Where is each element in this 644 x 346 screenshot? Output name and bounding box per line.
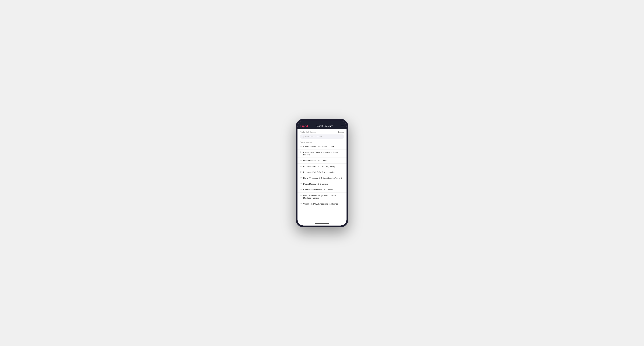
menu-bar-2 xyxy=(341,126,344,126)
list-item[interactable]: Dukes Meadows GC, London xyxy=(298,181,346,187)
svg-point-8 xyxy=(301,183,301,184)
list-item[interactable]: London Scottish GC, London xyxy=(298,158,346,164)
list-item[interactable]: Richmond Park GC - Duke's, London xyxy=(298,170,346,175)
phone-screen: clippd Recent Searches Find a Golf Cours… xyxy=(298,121,346,225)
svg-point-11 xyxy=(301,203,301,204)
search-input[interactable] xyxy=(305,136,342,138)
location-icon xyxy=(300,183,302,185)
search-input-wrapper xyxy=(300,135,344,139)
search-header: Find a Golf Course Cancel xyxy=(298,129,346,135)
search-page: Find a Golf Course Cancel Nearby courses xyxy=(298,129,346,222)
phone-device: clippd Recent Searches Find a Golf Cours… xyxy=(296,119,348,227)
home-indicator xyxy=(298,222,346,225)
search-icon xyxy=(302,136,304,138)
nearby-label: Nearby courses xyxy=(298,140,346,144)
svg-point-10 xyxy=(301,195,301,195)
course-name: Richmond Park GC - Duke's, London xyxy=(303,171,335,173)
course-name: Dukes Meadows GC, London xyxy=(303,183,328,185)
cancel-button[interactable]: Cancel xyxy=(338,131,344,133)
svg-point-4 xyxy=(301,160,301,160)
list-item[interactable]: Brent Valley Municipal GC, London xyxy=(298,187,346,193)
header-title: Recent Searches xyxy=(316,125,333,127)
course-name: Royal Wimbledon GC, Great London Authori… xyxy=(303,177,343,179)
list-item[interactable]: Central London Golf Centre, London xyxy=(298,144,346,150)
find-label: Find a Golf Course xyxy=(300,131,316,133)
course-name: Brent Valley Municipal GC, London xyxy=(303,188,333,191)
course-name: Central London Golf Centre, London xyxy=(303,145,334,148)
svg-point-7 xyxy=(301,177,301,178)
location-icon xyxy=(300,151,302,154)
course-list: Central London Golf Centre, London Roeha… xyxy=(298,144,346,207)
svg-point-3 xyxy=(301,152,301,152)
svg-line-1 xyxy=(303,137,304,137)
course-name: Richmond Park GC - Prince's, Surrey xyxy=(303,165,335,168)
course-name: Roehampton Club - Roehampton, Greater Lo… xyxy=(303,151,344,156)
location-icon xyxy=(300,203,302,205)
location-icon xyxy=(300,166,302,168)
app-header: clippd Recent Searches xyxy=(298,123,346,129)
svg-point-5 xyxy=(301,166,301,166)
menu-icon[interactable] xyxy=(341,125,344,127)
menu-bar-3 xyxy=(341,127,344,127)
list-item[interactable]: Roehampton Club - Roehampton, Greater Lo… xyxy=(298,150,346,158)
svg-point-2 xyxy=(301,146,301,146)
list-item[interactable]: North Middlesex GC (1011942 - North Midd… xyxy=(298,193,346,201)
app-logo: clippd xyxy=(300,125,308,128)
home-bar xyxy=(315,223,329,224)
location-icon xyxy=(300,177,302,179)
location-icon xyxy=(300,146,302,148)
svg-point-9 xyxy=(301,189,301,189)
list-item[interactable]: Richmond Park GC - Prince's, Surrey xyxy=(298,164,346,170)
status-bar xyxy=(298,121,346,123)
menu-bar-1 xyxy=(341,125,344,125)
list-item[interactable]: Coombe Hill GC, Kingston upon Thames xyxy=(298,201,346,207)
search-input-container xyxy=(298,135,346,140)
location-icon xyxy=(300,171,302,173)
course-name: London Scottish GC, London xyxy=(303,159,328,162)
course-name: Coombe Hill GC, Kingston upon Thames xyxy=(303,203,338,205)
course-name: North Middlesex GC (1011942 - North Midd… xyxy=(303,194,344,199)
location-icon xyxy=(300,160,302,162)
list-item[interactable]: Royal Wimbledon GC, Great London Authori… xyxy=(298,175,346,181)
nearby-section: Nearby courses Central London Golf Centr… xyxy=(298,140,346,222)
location-icon xyxy=(300,194,302,197)
location-icon xyxy=(300,189,302,191)
svg-point-6 xyxy=(301,172,301,172)
